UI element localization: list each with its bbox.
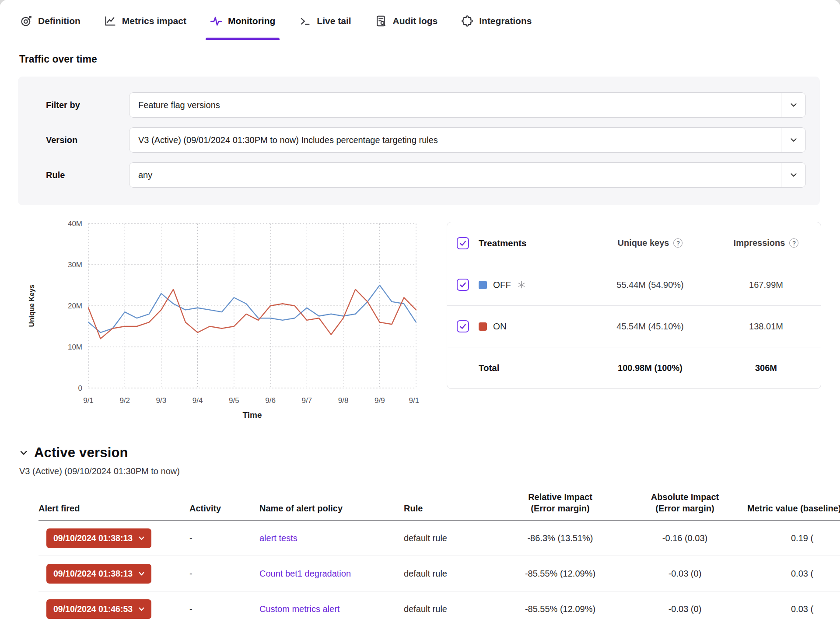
svg-text:Unique Keys: Unique Keys <box>28 284 35 327</box>
tab-label: Live tail <box>317 16 351 26</box>
svg-text:9/2: 9/2 <box>119 396 130 405</box>
on-unique-keys-value: 45.54M (45.10%) <box>589 322 711 332</box>
svg-text:9/8: 9/8 <box>338 396 349 405</box>
alert-rule: default rule <box>404 569 498 579</box>
filter-by-label: Filter by <box>46 100 129 110</box>
integrations-icon <box>461 15 473 27</box>
help-icon[interactable]: ? <box>789 238 798 248</box>
column-header-relative-impact: Relative Impact (Error margin) <box>498 491 623 514</box>
tab-label: Monitoring <box>228 16 275 26</box>
tab-label: Metrics impact <box>122 16 186 26</box>
alert-policy-link[interactable]: Count bet1 degradation <box>259 569 351 578</box>
filter-by-row: Filter by Feature flag versions <box>46 92 806 118</box>
audit-logs-icon <box>375 15 387 27</box>
alert-metric-value: 0.19 ( <box>747 533 840 543</box>
unique-keys-column-header: Unique keys ? <box>589 238 711 248</box>
alert-row: 09/10/2024 01:38:13 - alert tests defaul… <box>38 521 840 556</box>
tab-label: Integrations <box>479 16 532 26</box>
alert-fired-badge[interactable]: 09/10/2024 01:46:53 <box>46 599 151 619</box>
active-version-toggle[interactable]: Active version <box>19 445 840 461</box>
chevron-down-icon <box>138 570 145 577</box>
treatments-column-header: Treatments <box>479 238 589 248</box>
help-icon[interactable]: ? <box>673 238 682 248</box>
treatment-on-checkbox[interactable] <box>457 320 469 332</box>
total-unique-keys-value: 100.98M (100%) <box>589 363 711 373</box>
filter-by-value: Feature flag versions <box>130 100 781 110</box>
tab-metrics-impact[interactable]: Metrics impact <box>104 0 186 40</box>
column-header-activity: Activity <box>189 503 259 514</box>
alert-fired-badge[interactable]: 09/10/2024 01:38:13 <box>46 564 151 584</box>
alerts-header-row: Alert fired Activity Name of alert polic… <box>38 491 840 521</box>
alert-fired-time: 09/10/2024 01:38:13 <box>53 569 133 579</box>
column-header-alert-fired: Alert fired <box>38 503 189 514</box>
traffic-line-chart: 9/19/29/39/49/59/69/79/89/99/10010M20M30… <box>23 217 419 422</box>
alert-rule: default rule <box>404 533 498 543</box>
active-version-title: Active version <box>34 445 128 461</box>
off-series-swatch <box>479 281 487 289</box>
alert-fired-badge[interactable]: 09/10/2024 01:38:13 <box>46 528 151 548</box>
svg-text:9/9: 9/9 <box>374 396 385 405</box>
svg-text:40M: 40M <box>68 220 82 228</box>
alert-absolute-impact: -0.03 (0) <box>623 604 747 614</box>
svg-text:9/10: 9/10 <box>409 396 419 405</box>
treatments-select-all-checkbox[interactable] <box>457 237 469 249</box>
svg-text:9/6: 9/6 <box>265 396 276 405</box>
alert-policy-link[interactable]: alert tests <box>259 533 298 543</box>
svg-text:9/3: 9/3 <box>156 396 167 405</box>
alert-row: 09/10/2024 01:38:13 - Count bet1 degrada… <box>38 556 840 591</box>
on-impressions-value: 138.01M <box>711 322 821 332</box>
treatments-header-row: Treatments Unique keys ? Impressions ? <box>447 222 821 264</box>
treatment-label: ON <box>493 321 507 332</box>
svg-text:9/7: 9/7 <box>302 396 312 405</box>
svg-text:Time: Time <box>242 410 262 420</box>
chevron-down-icon <box>19 448 28 457</box>
treatment-label: OFF <box>493 280 511 290</box>
snowflake-icon <box>517 280 526 289</box>
alert-relative-impact: -85.55% (12.09%) <box>498 569 623 579</box>
rule-select[interactable]: any <box>129 162 806 188</box>
svg-text:0: 0 <box>78 384 82 392</box>
alert-rule: default rule <box>404 604 498 614</box>
column-header-metric-value: Metric value (baseline) <box>747 503 840 514</box>
alert-activity: - <box>189 533 259 543</box>
total-label: Total <box>479 363 589 373</box>
metrics-impact-icon <box>104 15 116 27</box>
treatment-off-checkbox[interactable] <box>457 279 469 291</box>
filter-by-select[interactable]: Feature flag versions <box>129 92 806 118</box>
treatment-row-off: OFF 55.44M (54.90%) 167.99M <box>447 264 821 305</box>
off-impressions-value: 167.99M <box>711 280 821 290</box>
alert-policy-link[interactable]: Custom metrics alert <box>259 604 340 614</box>
chevron-down-icon <box>781 128 805 152</box>
column-header-policy: Name of alert policy <box>259 503 404 514</box>
tab-integrations[interactable]: Integrations <box>461 0 532 40</box>
treatments-table: Treatments Unique keys ? Impressions ? <box>447 222 821 389</box>
alert-activity: - <box>189 604 259 614</box>
chevron-down-icon <box>138 535 145 542</box>
tab-label: Definition <box>38 16 80 26</box>
alert-absolute-impact: -0.03 (0) <box>623 569 747 579</box>
tab-live-tail[interactable]: Live tail <box>299 0 351 40</box>
off-unique-keys-value: 55.44M (54.90%) <box>589 280 711 290</box>
monitoring-icon <box>210 15 222 27</box>
version-select[interactable]: V3 (Active) (09/01/2024 01:30PM to now) … <box>129 127 806 153</box>
rule-value: any <box>130 170 781 180</box>
impressions-header-label: Impressions <box>734 238 785 248</box>
svg-text:9/1: 9/1 <box>83 396 94 405</box>
on-series-swatch <box>479 322 487 331</box>
column-header-rule: Rule <box>404 503 498 514</box>
live-tail-icon <box>299 15 311 27</box>
tab-monitoring[interactable]: Monitoring <box>210 0 275 40</box>
chevron-down-icon <box>781 93 805 117</box>
svg-text:30M: 30M <box>68 261 82 269</box>
unique-keys-header-label: Unique keys <box>618 238 669 248</box>
total-impressions-value: 306M <box>711 363 821 373</box>
alert-fired-time: 09/10/2024 01:38:13 <box>53 533 133 543</box>
traffic-chart: 9/19/29/39/49/59/69/79/89/99/10010M20M30… <box>23 217 419 424</box>
alert-metric-value: 0.03 ( <box>747 604 840 614</box>
traffic-section: 9/19/29/39/49/59/69/79/89/99/10010M20M30… <box>23 217 840 424</box>
alert-relative-impact: -86.3% (13.51%) <box>498 533 623 543</box>
filter-panel: Filter by Feature flag versions Version … <box>18 77 820 205</box>
tab-audit-logs[interactable]: Audit logs <box>375 0 438 40</box>
tab-definition[interactable]: Definition <box>20 0 80 40</box>
rule-label: Rule <box>46 170 129 180</box>
